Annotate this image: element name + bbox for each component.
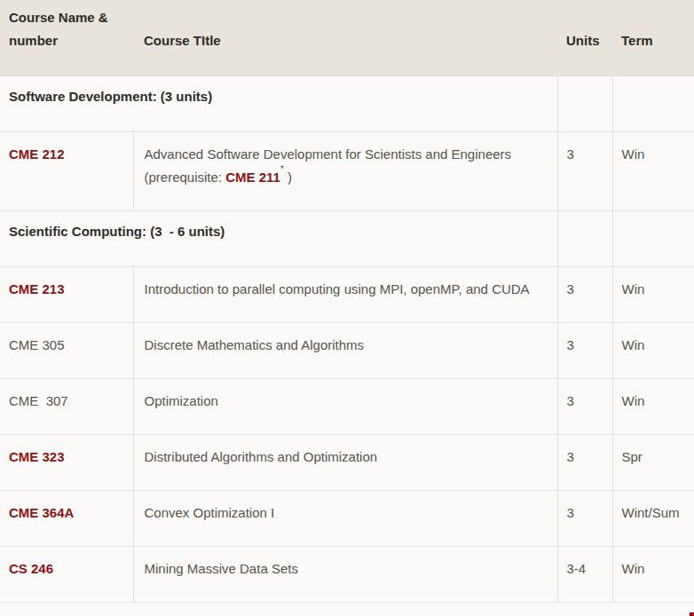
cutoff-red-artifact — [690, 612, 694, 616]
course-row-cme-213: CME 213 Introduction to parallel computi… — [0, 267, 694, 323]
course-title-suffix: ) — [284, 170, 292, 185]
units-cell: 3 — [557, 435, 612, 491]
course-row-cme-212: CME 212 Advanced Software Development fo… — [0, 132, 694, 211]
units-cell: 3 — [557, 379, 612, 435]
term-cell: Win — [612, 323, 694, 379]
empty-units-cell — [557, 211, 612, 267]
course-title-text: Advanced Software Development for Scient… — [145, 146, 512, 185]
section-row-scientific-computing: Scientific Computing: (3 - 6 units) — [0, 211, 694, 267]
section-title: Scientific Computing: (3 - 6 units) — [0, 211, 557, 267]
course-link-cme-323[interactable]: CME 323 — [9, 449, 65, 464]
units-cell: 3 — [557, 323, 612, 379]
course-title-cell: Distributed Algorithms and Optimization — [133, 435, 557, 491]
course-title-cell: Mining Massive Data Sets — [133, 547, 557, 603]
course-link-cme-212[interactable]: CME 212 — [9, 146, 65, 162]
term-cell: Win — [612, 547, 694, 603]
footnote-asterisk: * — [280, 164, 284, 174]
empty-term-cell — [612, 211, 694, 267]
course-link-cs-246[interactable]: CS 246 — [9, 561, 53, 576]
course-code-cell: CME 323 — [0, 435, 133, 491]
course-code-cell: CS 246 — [0, 547, 133, 603]
course-code-cell: CME 364A — [0, 491, 133, 547]
term-cell: Spr — [612, 435, 694, 491]
course-code-cell: CME 307 — [0, 379, 133, 435]
units-cell: 3-4 — [557, 547, 612, 603]
units-cell: 3 — [557, 491, 612, 547]
course-code: CME 305 — [9, 337, 65, 352]
course-title-cell: Optimization — [133, 379, 557, 435]
term-cell: Wint/Sum — [612, 491, 694, 547]
course-title-cell: Advanced Software Development for Scient… — [133, 132, 557, 211]
header-course-name-number: Course Name & number — [0, 0, 133, 76]
empty-units-cell — [557, 76, 612, 132]
section-title: Software Development: (3 units) — [0, 76, 557, 132]
course-link-cme-211[interactable]: CME 211 — [225, 170, 280, 185]
course-code-cell: CME 212 — [0, 132, 133, 211]
units-cell: 3 — [557, 132, 612, 211]
units-cell: 3 — [557, 267, 612, 323]
course-row-cme-364a: CME 364A Convex Optimization I 3 Wint/Su… — [0, 491, 694, 547]
course-title-cell: Convex Optimization I — [133, 491, 557, 547]
term-cell: Win — [612, 379, 694, 435]
course-code-cell: CME 213 — [0, 267, 133, 323]
course-link-cme-364a[interactable]: CME 364A — [9, 505, 74, 520]
course-code-cell: CME 305 — [0, 323, 133, 379]
course-row-cme-323: CME 323 Distributed Algorithms and Optim… — [0, 435, 694, 491]
header-course-title: Course TItle — [133, 0, 557, 76]
header-units: Units — [557, 0, 612, 76]
table-header-row: Course Name & number Course TItle Units … — [0, 0, 694, 76]
term-cell: Win — [612, 267, 694, 323]
course-table-viewport: Course Name & number Course TItle Units … — [0, 0, 694, 616]
course-title-cell: Introduction to parallel computing using… — [133, 267, 557, 323]
course-table: Course Name & number Course TItle Units … — [0, 0, 694, 603]
course-row-cme-305: CME 305 Discrete Mathematics and Algorit… — [0, 323, 694, 379]
course-link-cme-213[interactable]: CME 213 — [9, 281, 65, 296]
course-row-cs-246: CS 246 Mining Massive Data Sets 3-4 Win — [0, 547, 694, 603]
course-row-cme-307: CME 307 Optimization 3 Win — [0, 379, 694, 435]
section-row-software-development: Software Development: (3 units) — [0, 76, 694, 132]
empty-term-cell — [612, 76, 694, 132]
course-code: CME 307 — [9, 393, 68, 408]
term-cell: Win — [612, 132, 694, 211]
header-term: Term — [612, 0, 694, 76]
course-title-cell: Discrete Mathematics and Algorithms — [133, 323, 557, 379]
